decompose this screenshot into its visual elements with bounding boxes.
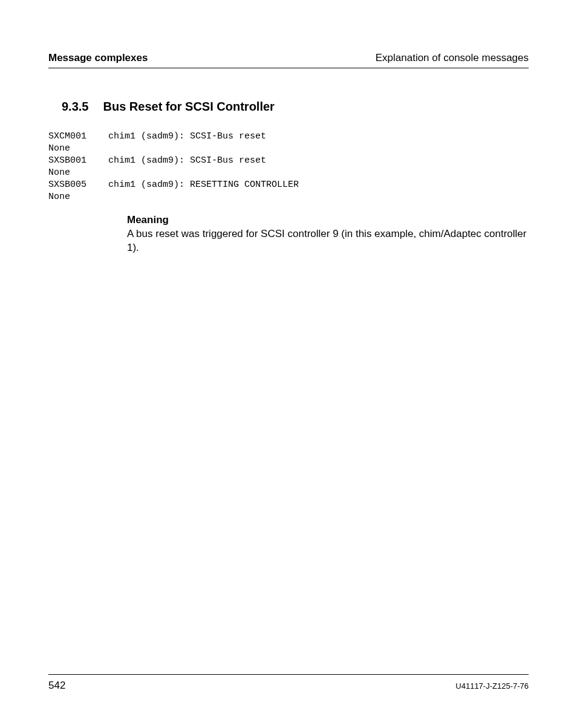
page-number: 542 xyxy=(48,680,65,692)
section-number: 9.3.5 xyxy=(62,100,88,114)
section-heading: 9.3.5 Bus Reset for SCSI Controller xyxy=(48,100,529,114)
meaning-label: Meaning xyxy=(127,214,529,226)
footer-rule xyxy=(48,674,529,675)
page-header: Message complexes Explanation of console… xyxy=(48,52,529,68)
page-footer: 542 U41117-J-Z125-7-76 xyxy=(48,674,529,692)
code-listing: SXCM001 chim1 (sadm9): SCSI-Bus reset No… xyxy=(48,131,529,203)
meaning-text: A bus reset was triggered for SCSI contr… xyxy=(127,227,529,255)
footer-row: 542 U41117-J-Z125-7-76 xyxy=(48,680,529,692)
document-id: U41117-J-Z125-7-76 xyxy=(455,681,529,691)
header-right-text: Explanation of console messages xyxy=(376,52,529,64)
meaning-block: Meaning A bus reset was triggered for SC… xyxy=(127,214,529,255)
section-title: Bus Reset for SCSI Controller xyxy=(103,100,274,114)
header-left-text: Message complexes xyxy=(48,52,148,64)
